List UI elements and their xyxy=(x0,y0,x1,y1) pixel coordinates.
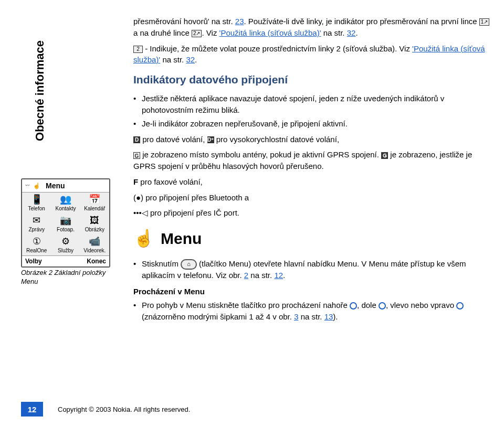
text: na str. xyxy=(160,55,186,64)
line1-forward-icon: 1↗ xyxy=(479,18,490,26)
phone-app-fotoap: 📷Fotoap. xyxy=(51,214,80,234)
page-link-13[interactable]: 13 xyxy=(324,312,333,321)
text: na str. xyxy=(321,28,347,37)
camera-icon: 📷 xyxy=(52,216,79,226)
main-content: přesměrování hovorů' na str. 23. Používá… xyxy=(133,16,494,327)
text: . xyxy=(195,55,197,64)
services-icon: ⚙ xyxy=(52,237,79,247)
video-icon: 📹 xyxy=(81,237,108,247)
phone-app-sluzby: ⚙Služby xyxy=(51,234,80,255)
messages-icon: ✉ xyxy=(23,216,50,226)
contacts-icon: 👥 xyxy=(52,195,79,205)
data-indicators-heading: Indikátory datového připojení xyxy=(133,72,494,88)
page-link-32b[interactable]: 32 xyxy=(186,55,195,64)
nav-right-icon xyxy=(456,302,464,309)
hs-data-call-icon: D⁺ xyxy=(207,136,214,143)
calendar-icon: 📅 xyxy=(81,195,108,205)
swirl-icon: 〰 xyxy=(25,183,30,188)
gprs-active-icon: G xyxy=(133,152,140,159)
list-item: Stisknutím ⌂ (tlačítko Menu) otevřete hl… xyxy=(133,258,494,281)
text: . Používáte-li dvě linky, je indikátor p… xyxy=(244,17,479,26)
text: pro vysokorychlostní datové volání, xyxy=(214,135,339,144)
phone-app-kalendar: 📅Kalendář xyxy=(80,193,109,214)
phone-app-telefon: 📱Telefon xyxy=(22,193,51,214)
menu-hand-icon: ☝ xyxy=(133,226,154,250)
data-call-icon: D xyxy=(133,136,140,143)
phone-app-realone: ①RealOne xyxy=(22,234,51,255)
phone-app-zpravy: ✉Zprávy xyxy=(22,214,51,234)
nav-subheading: Procházení v Menu xyxy=(133,286,494,297)
nav-up-icon xyxy=(350,302,357,309)
infrared-icon: •••◁ xyxy=(133,208,148,217)
text: . Viz xyxy=(202,28,219,37)
phone-app-obrazky: 🖼Obrázky xyxy=(80,214,109,234)
page-link-23[interactable]: 23 xyxy=(235,17,244,26)
menu-key-icon: ⌂ xyxy=(181,259,197,270)
realone-icon: ① xyxy=(23,237,50,247)
line2-forward-icon: 2↗ xyxy=(192,30,202,37)
copyright: Copyright © 2003 Nokia. All rights reser… xyxy=(58,405,190,413)
text: přesměrování hovorů' na str. xyxy=(133,17,235,26)
menu-heading: Menu xyxy=(161,227,202,250)
hand-icon: ☝ xyxy=(33,183,40,189)
list-item: Je-li indikátor zobrazen nepřerušovaně, … xyxy=(133,118,494,130)
page-number: 12 xyxy=(21,402,43,417)
section-header: Obecné informace xyxy=(33,40,47,141)
images-icon: 🖼 xyxy=(81,216,108,226)
list-item: Pro pohyb v Menu stiskněte tlačítko pro … xyxy=(133,300,494,323)
text: pro datové volání, xyxy=(140,135,207,144)
fig-link-2[interactable]: 2 xyxy=(244,271,248,280)
text: - Indikuje, že můžete volat pouze prostř… xyxy=(143,44,412,53)
page-link-32[interactable]: 32 xyxy=(347,28,356,37)
nav-down-icon xyxy=(379,302,386,309)
gprs-suspended-icon: Ǥ xyxy=(381,152,388,159)
link-pouzita-linka[interactable]: 'Použitá linka (síťová služba)' xyxy=(219,28,321,37)
text: . xyxy=(355,28,358,37)
text: a na druhé lince xyxy=(133,28,192,37)
phone-title: Menu xyxy=(46,182,65,190)
softkey-right: Konec xyxy=(87,258,106,265)
text: pro faxové volání, xyxy=(138,177,203,186)
list-item: Jestliže některá aplikace navazuje datov… xyxy=(133,93,494,116)
phone-screenshot: 〰 ☝ Menu 📱Telefon 👥Kontakty 📅Kalendář ✉Z… xyxy=(21,178,110,268)
fax-icon: F xyxy=(133,177,138,186)
page-link-12[interactable]: 12 xyxy=(274,271,283,280)
figure-caption: Obrázek 2 Základní položky Menu xyxy=(21,269,121,286)
bluetooth-icon: (●) xyxy=(133,193,143,202)
text: pro připojení přes Bluetooth a xyxy=(143,193,249,202)
softkey-left: Volby xyxy=(25,258,42,265)
phone-icon: 📱 xyxy=(23,195,50,205)
line2-only-icon: 2 xyxy=(133,46,143,53)
phone-app-kontakty: 👥Kontakty xyxy=(51,193,80,214)
phone-app-videorek: 📹Videorek. xyxy=(80,234,109,255)
text: pro připojení přes IČ port. xyxy=(148,208,239,217)
text: je zobrazeno místo symbolu antény, pokud… xyxy=(140,150,381,159)
